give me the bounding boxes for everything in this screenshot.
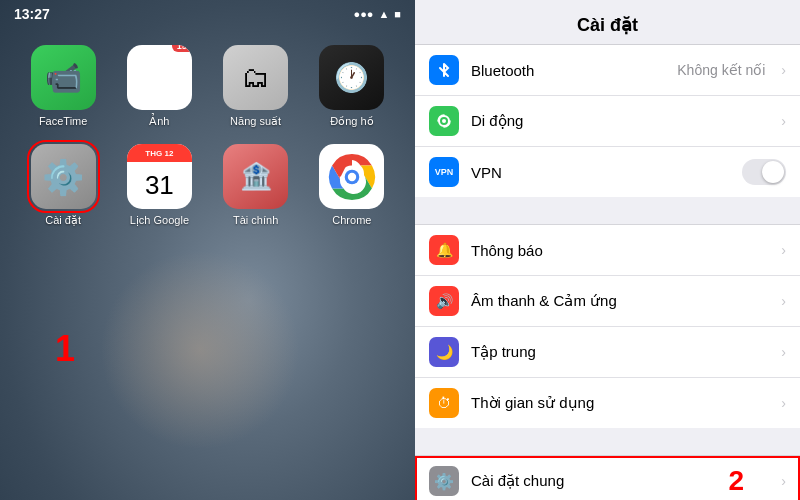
- app-calendar[interactable]: THG 12 31 Lịch Google: [116, 144, 202, 227]
- wallpaper-blur: [100, 250, 300, 450]
- settings-icon[interactable]: ⚙️: [31, 144, 96, 209]
- sound-chevron: ›: [781, 293, 786, 309]
- photos-icon[interactable]: 153: [127, 45, 192, 110]
- mobile-label: Di động: [471, 112, 769, 130]
- sound-label: Âm thanh & Cảm ứng: [471, 292, 769, 310]
- app-facetime[interactable]: 📹 FaceTime: [20, 45, 106, 128]
- general-label: Cài đặt chung: [471, 472, 769, 490]
- vpn-icon: VPN: [429, 157, 459, 187]
- app-donho[interactable]: 🕐 Đồng hồ: [309, 45, 395, 128]
- row-general[interactable]: ⚙️ Cài đặt chung › 2: [415, 456, 800, 500]
- step-1-label: 1: [55, 328, 75, 370]
- notifications-chevron: ›: [781, 242, 786, 258]
- sound-glyph: 🔊: [436, 293, 453, 309]
- general-gear-glyph: ⚙️: [434, 472, 454, 491]
- calendar-header: THG 12: [127, 144, 192, 162]
- notifications-label: Thông báo: [471, 242, 769, 259]
- svg-point-3: [348, 172, 356, 180]
- calendar-icon[interactable]: THG 12 31: [127, 144, 192, 209]
- focus-icon: 🌙: [429, 337, 459, 367]
- app-settings[interactable]: ⚙️ Cài đặt: [20, 144, 106, 227]
- app-photos[interactable]: 153 Ảnh: [116, 45, 202, 128]
- chrome-svg: [327, 152, 377, 202]
- step-2-label: 2: [728, 465, 744, 497]
- mobile-icon: [429, 106, 459, 136]
- app-chrome[interactable]: Chrome: [309, 144, 395, 227]
- vpn-toggle[interactable]: [742, 159, 786, 185]
- facetime-icon[interactable]: 📹: [31, 45, 96, 110]
- calendar-day: 31: [127, 162, 192, 209]
- focus-label: Tập trung: [471, 343, 769, 361]
- row-mobile[interactable]: Di động ›: [415, 96, 800, 147]
- nangsuat-label: Năng suất: [230, 115, 281, 128]
- row-bluetooth[interactable]: Bluetooth Không kết nối ›: [415, 45, 800, 96]
- chrome-label: Chrome: [332, 214, 371, 226]
- bluetooth-value: Không kết nối: [677, 62, 765, 78]
- section-gap-1: [415, 197, 800, 225]
- calendar-label: Lịch Google: [130, 214, 189, 227]
- settings-panel: Cài đặt Bluetooth Không kết nối ›: [415, 0, 800, 500]
- nangsuat-icon[interactable]: 🗂: [223, 45, 288, 110]
- app-grid: 📹 FaceTime 153 Ảnh 🗂 Năng suất: [0, 35, 415, 237]
- focus-chevron: ›: [781, 344, 786, 360]
- row-sound[interactable]: 🔊 Âm thanh & Cảm ứng ›: [415, 276, 800, 327]
- section-general: ⚙️ Cài đặt chung › 2 ⚙️ Trung tâm điều k…: [415, 456, 800, 500]
- screentime-label: Thời gian sử dụng: [471, 394, 769, 412]
- app-nangsuat[interactable]: 🗂 Năng suất: [213, 45, 299, 128]
- bluetooth-chevron: ›: [781, 62, 786, 78]
- signal-icon: ●●●: [354, 8, 374, 20]
- row-vpn[interactable]: VPN VPN: [415, 147, 800, 197]
- photos-label: Ảnh: [149, 115, 169, 128]
- chrome-icon[interactable]: [319, 144, 384, 209]
- general-chevron: ›: [781, 473, 786, 489]
- app-taichinh[interactable]: 🏦 Tài chính: [213, 144, 299, 227]
- taichinh-label: Tài chính: [233, 214, 278, 226]
- screentime-icon: ⏱: [429, 388, 459, 418]
- bell-glyph: 🔔: [436, 242, 453, 258]
- section-connectivity: Bluetooth Không kết nối › Di động ›: [415, 45, 800, 197]
- notifications-icon: 🔔: [429, 235, 459, 265]
- status-icons: ●●● ▲ ■: [354, 8, 401, 20]
- wifi-icon: ▲: [378, 8, 389, 20]
- settings-title: Cài đặt: [415, 0, 800, 45]
- row-screentime[interactable]: ⏱ Thời gian sử dụng ›: [415, 378, 800, 428]
- badge-photos: 153: [172, 45, 192, 52]
- taichinh-icon[interactable]: 🏦: [223, 144, 288, 209]
- focus-glyph: 🌙: [436, 344, 453, 360]
- vpn-label: VPN: [471, 164, 730, 181]
- settings-list: Bluetooth Không kết nối › Di động ›: [415, 45, 800, 500]
- settings-label: Cài đặt: [45, 214, 81, 227]
- donho-icon[interactable]: 🕐: [319, 45, 384, 110]
- sound-icon: 🔊: [429, 286, 459, 316]
- section-notifications: 🔔 Thông báo › 🔊 Âm thanh & Cảm ứng › 🌙 T…: [415, 225, 800, 428]
- facetime-icon-glyph: 📹: [45, 60, 82, 95]
- screentime-chevron: ›: [781, 395, 786, 411]
- home-screen: 13:27 ●●● ▲ ■ 📹 FaceTime: [0, 0, 415, 500]
- row-notifications[interactable]: 🔔 Thông báo ›: [415, 225, 800, 276]
- general-icon: ⚙️: [429, 466, 459, 496]
- screentime-glyph: ⏱: [437, 395, 451, 411]
- status-bar: 13:27 ●●● ▲ ■: [0, 0, 415, 28]
- status-time: 13:27: [14, 6, 50, 22]
- bluetooth-label: Bluetooth: [471, 62, 665, 79]
- row-focus[interactable]: 🌙 Tập trung ›: [415, 327, 800, 378]
- donho-label: Đồng hồ: [330, 115, 373, 128]
- battery-icon: ■: [394, 8, 401, 20]
- bluetooth-icon: [429, 55, 459, 85]
- facetime-label: FaceTime: [39, 115, 88, 127]
- section-gap-2: [415, 428, 800, 456]
- svg-point-5: [442, 119, 446, 123]
- taichinh-glyph: 🏦: [240, 161, 272, 192]
- mobile-chevron: ›: [781, 113, 786, 129]
